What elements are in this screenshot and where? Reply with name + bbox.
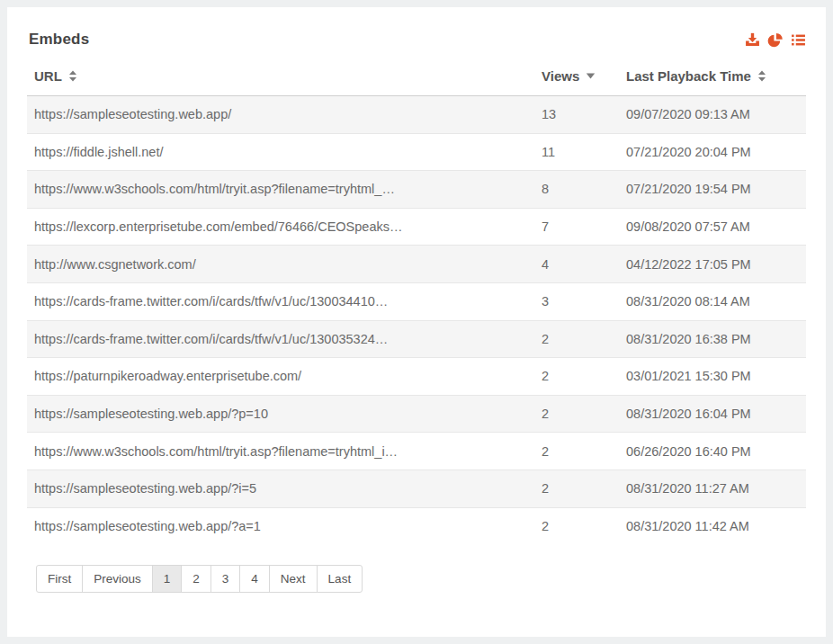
url-cell: https://www.w3schools.com/html/tryit.asp…: [27, 171, 534, 209]
download-icon[interactable]: [745, 32, 760, 48]
url-cell: https://sampleseotesting.web.app/: [27, 96, 534, 134]
card-header: Embeds: [7, 7, 826, 58]
views-cell: 2: [534, 507, 619, 545]
last-playback-time-cell: 04/12/2022 17:05 PM: [619, 246, 806, 283]
page-button-3[interactable]: 3: [210, 565, 241, 593]
page-button-last[interactable]: Last: [317, 565, 363, 593]
url-cell: https://sampleseotesting.web.app/?a=1: [27, 507, 534, 545]
views-cell: 2: [534, 395, 619, 433]
page-button-first[interactable]: First: [36, 565, 83, 593]
views-cell: 7: [534, 208, 619, 246]
last-playback-time-cell: 07/21/2020 20:04 PM: [619, 133, 806, 171]
last-playback-time-cell: 09/07/2020 09:13 AM: [619, 96, 806, 134]
url-cell: https://fiddle.jshell.net/: [27, 133, 534, 171]
pagination: FirstPrevious1234NextLast: [36, 565, 363, 593]
last-playback-time-cell: 07/21/2020 19:54 PM: [619, 171, 806, 209]
last-playback-time-cell: 09/08/2020 07:57 AM: [619, 208, 806, 246]
page-button-1[interactable]: 1: [152, 565, 183, 593]
table-row: https://cards-frame.twitter.com/i/cards/…: [27, 282, 806, 320]
url-cell: https://lexcorp.enterprisetube.com/embed…: [27, 208, 534, 246]
views-cell: 8: [534, 171, 619, 209]
last-playback-time-cell: 08/31/2020 11:42 AM: [619, 507, 806, 545]
column-header-url[interactable]: URL: [27, 58, 534, 96]
views-cell: 13: [534, 96, 619, 134]
table-header-row: URL Views: [27, 58, 806, 96]
last-playback-time-cell: 08/31/2020 11:27 AM: [619, 470, 806, 507]
table-row: http://www.csgnetwork.com/404/12/2022 17…: [27, 246, 806, 283]
embeds-card: Embeds: [7, 7, 826, 637]
column-label: Last Playback Time: [626, 68, 751, 84]
table-row: https://fiddle.jshell.net/1107/21/2020 2…: [27, 133, 806, 171]
column-label: Views: [542, 68, 579, 84]
table-row: https://cards-frame.twitter.com/i/cards/…: [27, 320, 806, 358]
page-button-previous[interactable]: Previous: [82, 565, 153, 593]
views-cell: 11: [534, 133, 619, 171]
url-cell: https://cards-frame.twitter.com/i/cards/…: [27, 320, 534, 358]
views-cell: 2: [534, 433, 619, 470]
url-cell: https://sampleseotesting.web.app/?i=5: [27, 470, 534, 507]
last-playback-time-cell: 03/01/2021 15:30 PM: [619, 358, 806, 396]
last-playback-time-cell: 08/31/2020 16:38 PM: [619, 320, 806, 358]
column-header-views[interactable]: Views: [534, 58, 619, 96]
list-icon[interactable]: [791, 32, 806, 48]
sort-both-icon: [757, 70, 766, 82]
table-row: https://sampleseotesting.web.app/1309/07…: [27, 96, 806, 134]
url-cell: https://paturnpikeroadway.enterprisetube…: [27, 358, 534, 396]
page-button-4[interactable]: 4: [239, 565, 270, 593]
embeds-table: URL Views: [27, 58, 806, 545]
url-cell: https://www.w3schools.com/html/tryit.asp…: [27, 433, 534, 470]
pie-chart-icon[interactable]: [767, 32, 784, 48]
table-row: https://sampleseotesting.web.app/?a=1208…: [27, 507, 806, 545]
url-cell: http://www.csgnetwork.com/: [27, 246, 534, 283]
column-label: URL: [34, 68, 62, 84]
page-button-2[interactable]: 2: [181, 565, 211, 593]
views-cell: 2: [534, 320, 619, 358]
column-header-last-playback-time[interactable]: Last Playback Time: [619, 58, 806, 96]
views-cell: 2: [534, 358, 619, 396]
url-cell: https://cards-frame.twitter.com/i/cards/…: [27, 282, 534, 320]
table-row: https://www.w3schools.com/html/tryit.asp…: [27, 433, 806, 470]
last-playback-time-cell: 08/31/2020 16:04 PM: [619, 395, 806, 433]
table-row: https://paturnpikeroadway.enterprisetube…: [27, 358, 806, 396]
table-row: https://sampleseotesting.web.app/?p=1020…: [27, 395, 806, 433]
last-playback-time-cell: 06/26/2020 16:40 PM: [619, 433, 806, 470]
sort-desc-icon: [586, 73, 596, 79]
table-row: https://www.w3schools.com/html/tryit.asp…: [27, 171, 806, 209]
views-cell: 4: [534, 246, 619, 283]
sort-both-icon: [68, 70, 77, 82]
page-button-next[interactable]: Next: [269, 565, 318, 593]
views-cell: 2: [534, 470, 619, 507]
table-row: https://sampleseotesting.web.app/?i=5208…: [27, 470, 806, 507]
toolbar: [745, 32, 806, 48]
last-playback-time-cell: 08/31/2020 08:14 AM: [619, 282, 806, 320]
url-cell: https://sampleseotesting.web.app/?p=10: [27, 395, 534, 433]
page-title: Embeds: [29, 31, 89, 49]
views-cell: 3: [534, 282, 619, 320]
table-row: https://lexcorp.enterprisetube.com/embed…: [27, 208, 806, 246]
